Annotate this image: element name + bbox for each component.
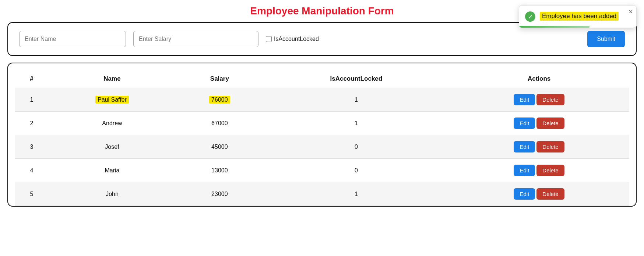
col-header-salary: Salary (176, 70, 263, 88)
account-locked-label: IsAccountLocked (266, 36, 319, 42)
col-header-locked: IsAccountLocked (263, 70, 449, 88)
name-input[interactable] (19, 31, 126, 47)
cell-locked: 1 (263, 88, 449, 112)
edit-button[interactable]: Edit (514, 118, 535, 129)
cell-id: 4 (15, 159, 49, 182)
employee-table: # Name Salary IsAccountLocked Actions 1P… (15, 70, 629, 206)
employee-table-container: # Name Salary IsAccountLocked Actions 1P… (7, 63, 637, 207)
cell-id: 2 (15, 112, 49, 135)
delete-button[interactable]: Delete (536, 141, 564, 152)
toast-notification: ✓ Employee has been added × (519, 5, 637, 28)
cell-actions: EditDelete (449, 182, 629, 206)
delete-button[interactable]: Delete (536, 165, 564, 176)
cell-locked: 1 (263, 112, 449, 135)
cell-id: 5 (15, 182, 49, 206)
cell-salary: 45000 (176, 135, 263, 159)
cell-name: John (49, 182, 176, 206)
edit-button[interactable]: Edit (514, 94, 535, 105)
cell-name: Josef (49, 135, 176, 159)
table-row: 5John230001EditDelete (15, 182, 629, 206)
col-header-id: # (15, 70, 49, 88)
cell-locked: 0 (263, 159, 449, 182)
cell-locked: 1 (263, 182, 449, 206)
cell-name: Andrew (49, 112, 176, 135)
salary-input[interactable] (133, 31, 258, 47)
delete-button[interactable]: Delete (536, 188, 564, 200)
table-row: 2Andrew670001EditDelete (15, 112, 629, 135)
delete-button[interactable]: Delete (536, 118, 564, 129)
edit-button[interactable]: Edit (514, 141, 535, 152)
cell-name: Paul Saffer (49, 88, 176, 112)
toast-success-icon: ✓ (525, 11, 535, 22)
edit-button[interactable]: Edit (514, 188, 535, 200)
submit-button[interactable]: Submit (587, 31, 625, 47)
cell-salary: 67000 (176, 112, 263, 135)
table-header-row: # Name Salary IsAccountLocked Actions (15, 70, 629, 88)
cell-name: Maria (49, 159, 176, 182)
account-locked-checkbox[interactable] (266, 36, 272, 42)
col-header-actions: Actions (449, 70, 629, 88)
edit-button[interactable]: Edit (514, 165, 535, 176)
toast-close-button[interactable]: × (629, 8, 633, 15)
table-row: 1Paul Saffer760001EditDelete (15, 88, 629, 112)
col-header-name: Name (49, 70, 176, 88)
cell-id: 1 (15, 88, 49, 112)
account-locked-text: IsAccountLocked (274, 36, 319, 42)
cell-actions: EditDelete (449, 112, 629, 135)
table-row: 3Josef450000EditDelete (15, 135, 629, 159)
cell-salary: 23000 (176, 182, 263, 206)
cell-id: 3 (15, 135, 49, 159)
cell-actions: EditDelete (449, 88, 629, 112)
cell-salary: 13000 (176, 159, 263, 182)
table-row: 4Maria130000EditDelete (15, 159, 629, 182)
cell-locked: 0 (263, 135, 449, 159)
cell-salary: 76000 (176, 88, 263, 112)
toast-message: Employee has been added (540, 12, 619, 21)
toast-progress-bar (519, 26, 590, 28)
delete-button[interactable]: Delete (536, 94, 564, 105)
cell-actions: EditDelete (449, 159, 629, 182)
cell-actions: EditDelete (449, 135, 629, 159)
